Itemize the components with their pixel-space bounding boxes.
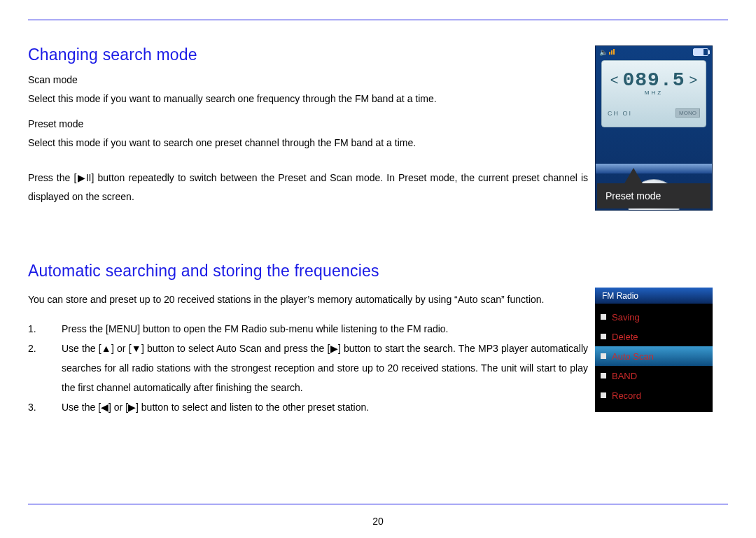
- step-number: 1.: [28, 319, 62, 339]
- page-number: 20: [0, 516, 756, 527]
- speaker-icon: 🔈: [599, 48, 608, 56]
- two-column-layout: Changing search mode Scan mode Select th…: [28, 30, 728, 417]
- step-text: Press the [MENU] button to open the FM R…: [62, 319, 588, 339]
- bullet-icon: [601, 392, 606, 398]
- menu-item-label: Record: [612, 390, 641, 401]
- step-number: 2.: [28, 339, 62, 397]
- press-text-pre: Press the [: [28, 172, 76, 183]
- frequency-value: 089.5: [622, 69, 685, 91]
- fm-tuner-illustration: 🔈 < 089.5 > MHZ CH OI: [595, 45, 713, 211]
- step-item: 2. Use the [▲] or [▼] button to select A…: [28, 339, 588, 397]
- mono-badge: MONO: [676, 108, 700, 118]
- manual-page: Changing search mode Scan mode Select th…: [0, 0, 756, 538]
- press-text-post: ] button repeatedly to switch between th…: [28, 172, 588, 202]
- content-column: Changing search mode Scan mode Select th…: [28, 30, 588, 417]
- device-band: [596, 164, 712, 174]
- step-number: 3.: [28, 397, 62, 417]
- step-item: 3. Use the [◀] or [▶] button to select a…: [28, 397, 588, 417]
- heading-changing-search-mode: Changing search mode: [28, 45, 588, 64]
- menu-item-delete: Delete: [595, 327, 713, 346]
- menu-item-record: Record: [595, 385, 713, 405]
- bullet-icon: [601, 334, 606, 339]
- top-divider: [28, 20, 728, 20]
- callout-text: Preset mode: [606, 190, 661, 201]
- bullet-icon: [601, 314, 606, 320]
- volume-bars-icon: [609, 49, 615, 55]
- menu-item-label: Auto Scan: [612, 351, 654, 362]
- battery-icon: [693, 48, 708, 56]
- menu-list: Saving Delete Auto Scan BAND Record: [595, 304, 713, 412]
- left-arrow-icon: <: [610, 72, 619, 88]
- callout-pointer-icon: [624, 168, 643, 185]
- channel-label: CH OI: [608, 110, 632, 117]
- lcd-panel: < 089.5 > MHZ CH OI MONO: [601, 60, 706, 127]
- illustration-column: 🔈 < 089.5 > MHZ CH OI: [595, 30, 728, 417]
- bullet-icon: [601, 353, 606, 359]
- fm-menu-illustration: FM Radio Saving Delete Auto Scan BAND Re…: [595, 288, 713, 412]
- menu-item-saving: Saving: [595, 307, 713, 327]
- device-status-bar: 🔈: [596, 46, 712, 57]
- press-button-paragraph: Press the [▶II] button repeatedly to swi…: [28, 169, 588, 206]
- preset-mode-subhead: Preset mode: [28, 118, 588, 129]
- auto-intro-paragraph: You can store and preset up to 20 receiv…: [28, 290, 588, 309]
- step-text: Use the [▲] or [▼] button to select Auto…: [62, 339, 588, 397]
- menu-item-label: BAND: [612, 371, 637, 381]
- steps-list: 1. Press the [MENU] button to open the F…: [28, 319, 588, 417]
- menu-item-band: BAND: [595, 366, 713, 385]
- menu-title: FM Radio: [602, 291, 638, 301]
- mhz-label: MHZ: [602, 90, 706, 96]
- scan-mode-description: Select this mode if you want to manually…: [28, 90, 588, 108]
- menu-item-auto-scan: Auto Scan: [595, 346, 713, 366]
- menu-item-label: Delete: [612, 332, 638, 342]
- heading-automatic-searching: Automatic searching and storing the freq…: [28, 262, 588, 281]
- step-text: Use the [◀] or [▶] button to select and …: [62, 397, 588, 417]
- bullet-icon: [601, 373, 606, 378]
- step-item: 1. Press the [MENU] button to open the F…: [28, 319, 588, 339]
- preset-mode-description: Select this mode if you want to search o…: [28, 134, 588, 153]
- bottom-divider: [28, 504, 728, 504]
- scan-mode-subhead: Scan mode: [28, 74, 588, 85]
- menu-item-label: Saving: [612, 312, 640, 323]
- menu-title-bar: FM Radio: [595, 288, 713, 304]
- callout-label: Preset mode: [597, 183, 710, 208]
- right-arrow-icon: >: [690, 72, 698, 88]
- play-pause-icon: ▶II: [76, 172, 91, 183]
